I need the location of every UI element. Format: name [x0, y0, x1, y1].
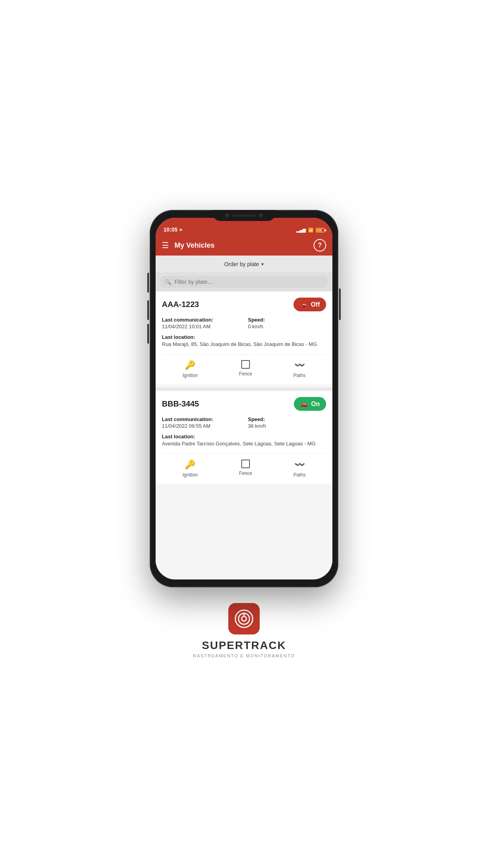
help-button[interactable]: ? [314, 239, 326, 252]
wifi-icon: 📶 [308, 228, 314, 233]
notch-camera [225, 213, 229, 217]
car-icon-1: 🚗 [300, 301, 308, 308]
paths-button-2[interactable]: 〰️ Paths [294, 460, 306, 478]
paths-label-1: Paths [294, 373, 306, 378]
help-label: ? [318, 242, 322, 249]
comm-label-1: Last communication: [162, 317, 240, 323]
fence-label-2: Fence [239, 471, 252, 476]
page-wrapper: 10:05 ➤ ▂▄▆ 📶 ⚡ ☰ My Vehicles [0, 0, 488, 868]
info-grid-2: Last communication: 11/04/2022 09:55 AM … [162, 416, 326, 429]
car-icon-2: 🚗 [300, 400, 308, 408]
svg-point-2 [242, 616, 246, 621]
speed-label-2: Speed: [248, 416, 326, 422]
ignition-label-2: Ignition [183, 472, 198, 478]
location-value-2: Avenida Padre Tarcísio Gonçalves, Sete L… [162, 440, 326, 447]
brand-name: SUPERTRACK [202, 639, 286, 652]
search-bar: 🔍 [156, 273, 332, 291]
phone-screen: 10:05 ➤ ▂▄▆ 📶 ⚡ ☰ My Vehicles [156, 218, 332, 579]
comm-col-2: Last communication: 11/04/2022 09:55 AM [162, 416, 240, 429]
card-divider [156, 388, 332, 391]
sort-bar[interactable]: Order by plate ▾ [156, 256, 332, 273]
status-time: 10:05 ➤ [163, 226, 182, 233]
location-section-2: Last location: Avenida Padre Tarcísio Go… [162, 434, 326, 447]
status-badge-1[interactable]: 🚗 Off [294, 298, 326, 311]
vehicle-plate-1: AAA-1223 [162, 300, 199, 309]
fence-icon-1 [241, 360, 250, 369]
status-badge-2[interactable]: 🚗 On [294, 397, 326, 411]
vehicle-header-1: AAA-1223 🚗 Off [162, 298, 326, 311]
content-area[interactable]: Order by plate ▾ 🔍 AAA-1223 🚗 [156, 256, 332, 579]
vehicle-plate-2: BBB-3445 [162, 399, 199, 408]
ignition-button-1[interactable]: 🔑 Ignition [183, 360, 198, 378]
speed-label-1: Speed: [248, 317, 326, 323]
location-label-1: Last location: [162, 334, 326, 340]
sort-chevron-icon: ▾ [261, 261, 264, 267]
sort-label: Order by plate [224, 261, 259, 267]
fence-button-1[interactable]: Fence [239, 360, 252, 378]
battery-icon: ⚡ [316, 228, 325, 232]
paths-button-1[interactable]: 〰️ Paths [294, 360, 306, 378]
search-input[interactable] [174, 279, 323, 285]
notch-speaker [232, 215, 256, 217]
status-label-1: Off [311, 301, 320, 308]
vehicle-header-2: BBB-3445 🚗 On [162, 397, 326, 411]
action-buttons-1: 🔑 Ignition Fence 〰️ Paths [162, 354, 326, 378]
action-buttons-2: 🔑 Ignition Fence 〰️ Paths [162, 454, 326, 478]
comm-value-1: 11/04/2022 10:01 AM [162, 324, 240, 329]
location-section-1: Last location: Rua Marajó, 85, São Joaqu… [162, 334, 326, 348]
paths-icon-1: 〰️ [294, 360, 305, 370]
speed-col-2: Speed: 36 km/h [248, 416, 326, 429]
vehicle-card-1: AAA-1223 🚗 Off Last communication: 11/04… [156, 291, 332, 384]
comm-col-1: Last communication: 11/04/2022 10:01 AM [162, 317, 240, 329]
speed-value-1: 0 km/h [248, 324, 326, 329]
comm-value-2: 11/04/2022 09:55 AM [162, 423, 240, 429]
ignition-label-1: Ignition [183, 373, 198, 378]
paths-icon-2: 〰️ [294, 460, 305, 470]
speed-value-2: 36 km/h [248, 423, 326, 429]
logo-section: SUPERTRACK RASTREAMENTO E MONITORAMENTO [193, 603, 295, 658]
hamburger-menu-icon[interactable]: ☰ [162, 241, 169, 250]
ignition-icon-1: 🔑 [185, 360, 195, 370]
location-value-1: Rua Marajó, 85, São Joaquim de Bicas, Sã… [162, 341, 326, 348]
logo-icon [228, 603, 260, 634]
status-label-2: On [311, 401, 320, 408]
time-display: 10:05 [163, 226, 178, 233]
ignition-button-2[interactable]: 🔑 Ignition [183, 460, 198, 478]
fence-icon-2 [241, 460, 250, 468]
vehicle-card-2: BBB-3445 🚗 On Last communication: 11/04/… [156, 391, 332, 484]
ignition-icon-2: 🔑 [185, 460, 195, 470]
header-title: My Vehicles [174, 241, 314, 250]
search-input-wrap: 🔍 [160, 276, 328, 288]
paths-label-2: Paths [294, 472, 306, 478]
status-icons: ▂▄▆ 📶 ⚡ [296, 228, 325, 233]
speed-col-1: Speed: 0 km/h [248, 317, 326, 329]
signal-icon: ▂▄▆ [296, 228, 306, 233]
location-arrow-icon: ➤ [179, 228, 182, 232]
info-grid-1: Last communication: 11/04/2022 10:01 AM … [162, 317, 326, 329]
notch [213, 210, 275, 221]
fence-button-2[interactable]: Fence [239, 460, 252, 478]
brand-tagline: RASTREAMENTO E MONITORAMENTO [193, 653, 295, 658]
svg-marker-3 [243, 612, 245, 616]
notch-camera-2 [259, 213, 263, 217]
fence-label-1: Fence [239, 371, 252, 377]
search-icon: 🔍 [165, 279, 171, 285]
app-header: ☰ My Vehicles ? [156, 235, 332, 256]
phone-shell: 10:05 ➤ ▂▄▆ 📶 ⚡ ☰ My Vehicles [150, 210, 338, 587]
location-label-2: Last location: [162, 434, 326, 440]
comm-label-2: Last communication: [162, 416, 240, 422]
